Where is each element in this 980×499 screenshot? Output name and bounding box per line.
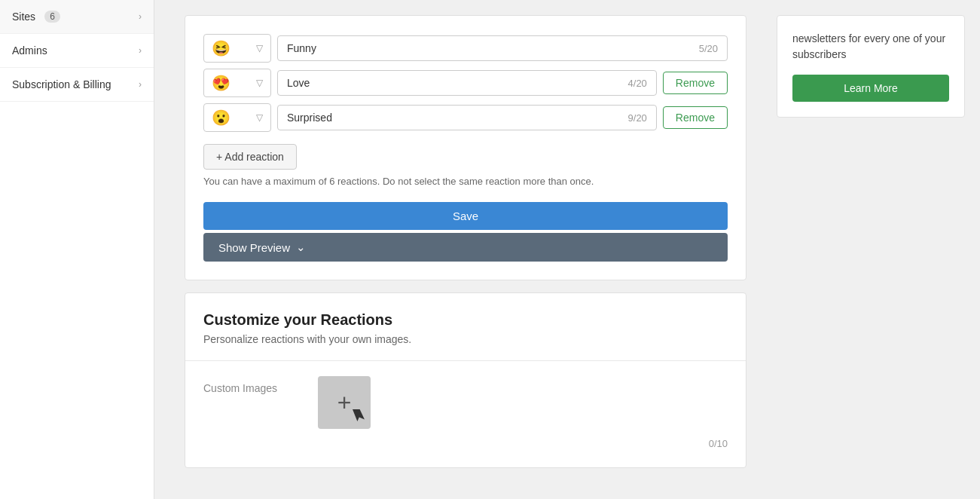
promo-text: newsletters for every one of your subscr… — [792, 31, 949, 63]
remove-button-surprised[interactable]: Remove — [663, 106, 728, 129]
custom-images-label: Custom Images — [203, 376, 294, 394]
reaction-label-funny: Funny — [287, 42, 316, 54]
sidebar-item-sites[interactable]: Sites 6 › — [0, 0, 154, 34]
button-actions: Save Show Preview ⌄ — [203, 193, 728, 262]
plus-icon: + — [337, 389, 352, 417]
chevron-down-icon-surprised: ▽ — [256, 112, 263, 123]
reaction-emoji-love[interactable]: 😍 ▽ — [203, 69, 271, 97]
sidebar-item-subscription-billing-label: Subscription & Billing — [12, 78, 111, 90]
save-button[interactable]: Save — [203, 202, 728, 230]
add-image-button[interactable]: + — [318, 376, 371, 429]
emoji-surprised: 😮 — [212, 109, 230, 127]
chevron-right-icon: › — [139, 79, 142, 90]
sidebar-item-subscription-billing[interactable]: Subscription & Billing › — [0, 68, 154, 102]
reaction-count-funny: 5/20 — [699, 43, 718, 54]
reaction-row-funny: 😆 ▽ Funny 5/20 — [203, 34, 728, 63]
sidebar-item-admins[interactable]: Admins › — [0, 34, 154, 68]
customize-title: Customize your Reactions — [203, 311, 728, 329]
customize-section: Customize your Reactions Personalize rea… — [185, 292, 746, 468]
learn-more-button[interactable]: Learn More — [792, 75, 949, 102]
add-reaction-button[interactable]: + Add reaction — [203, 144, 297, 170]
chevron-down-icon: ⌄ — [296, 240, 306, 254]
show-preview-label: Show Preview — [218, 241, 290, 254]
custom-images-row: Custom Images + — [203, 376, 728, 429]
right-panel: newsletters for every one of your subscr… — [777, 15, 965, 484]
section-divider — [185, 360, 746, 361]
sidebar-item-admins-label: Admins — [12, 44, 47, 57]
center-panel: 😆 ▽ Funny 5/20 😍 ▽ Love — [169, 15, 762, 484]
customize-subtitle: Personalize reactions with your own imag… — [203, 333, 728, 345]
reaction-name-love: Love 4/20 — [277, 70, 657, 96]
reaction-name-funny: Funny 5/20 — [277, 35, 728, 61]
show-preview-button[interactable]: Show Preview ⌄ — [203, 233, 728, 262]
reaction-emoji-surprised[interactable]: 😮 ▽ — [203, 103, 271, 132]
sidebar-item-sites-label: Sites — [12, 11, 35, 23]
reaction-label-surprised: Surprised — [287, 112, 332, 124]
reaction-name-surprised: Surprised 9/20 — [277, 105, 657, 130]
emoji-funny: 😆 — [212, 39, 230, 57]
remove-button-love[interactable]: Remove — [663, 72, 728, 94]
cursor-icon — [353, 409, 365, 421]
chevron-down-icon-love: ▽ — [256, 78, 263, 88]
chevron-right-icon: › — [139, 45, 142, 56]
reaction-row-surprised: 😮 ▽ Surprised 9/20 Remove — [203, 103, 728, 132]
image-count: 0/10 — [203, 438, 728, 449]
reactions-section: 😆 ▽ Funny 5/20 😍 ▽ Love — [185, 15, 746, 280]
chevron-down-icon-funny: ▽ — [256, 43, 263, 54]
reaction-emoji-funny[interactable]: 😆 ▽ — [203, 34, 271, 63]
chevron-right-icon: › — [139, 11, 142, 22]
sites-badge: 6 — [44, 11, 60, 23]
reaction-label-love: Love — [287, 77, 310, 89]
promo-card: newsletters for every one of your subscr… — [777, 15, 965, 118]
sidebar: Sites 6 › Admins › Subscription & Billin… — [0, 0, 154, 499]
main-area: 😆 ▽ Funny 5/20 😍 ▽ Love — [154, 0, 980, 499]
reaction-hint: You can have a maximum of 6 reactions. D… — [203, 176, 728, 187]
reaction-row-love: 😍 ▽ Love 4/20 Remove — [203, 69, 728, 97]
reaction-count-love: 4/20 — [628, 78, 647, 89]
reaction-count-surprised: 9/20 — [628, 112, 647, 124]
emoji-love: 😍 — [212, 74, 230, 92]
